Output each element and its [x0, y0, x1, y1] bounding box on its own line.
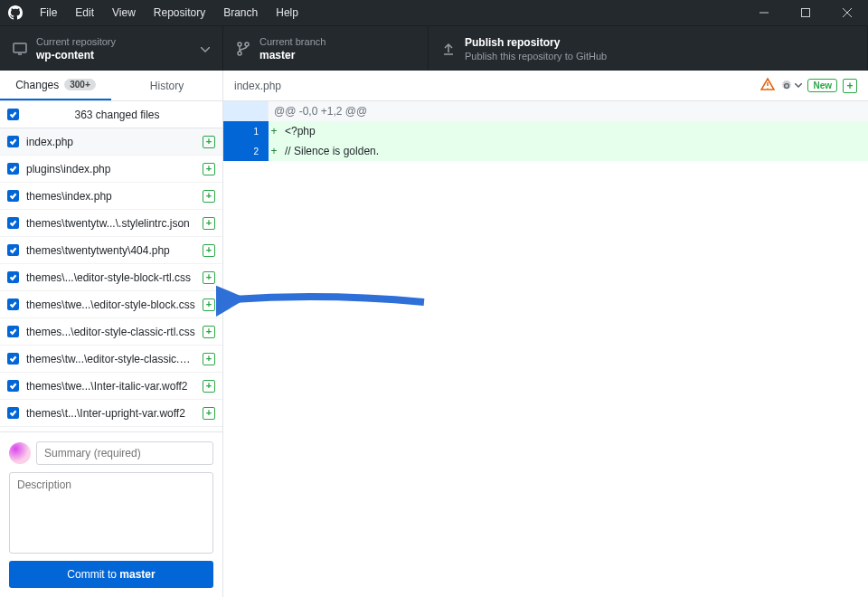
menu-repository[interactable]: Repository [145, 0, 214, 25]
menu-branch[interactable]: Branch [214, 0, 267, 25]
added-icon: + [203, 136, 215, 148]
publish-button[interactable]: Publish repository Publish this reposito… [429, 26, 868, 71]
chevron-down-icon [201, 43, 210, 55]
publish-sub: Publish this repository to GitHub [465, 50, 607, 62]
tab-changes-count: 300+ [64, 79, 96, 90]
warning-icon[interactable] [760, 77, 775, 94]
commit-description-input[interactable] [9, 472, 213, 554]
file-name: themes\...\editor-style-block-rtl.css [26, 271, 195, 284]
diff-header: index.php New + [223, 71, 868, 101]
menu-file[interactable]: File [31, 0, 66, 25]
file-row[interactable]: themes\twe...\Inter-italic-var.woff2+ [0, 373, 222, 400]
repository-selector[interactable]: Current repository wp-content [0, 26, 223, 71]
app-logo-icon [0, 5, 31, 20]
branch-selector[interactable]: Current branch master [223, 26, 429, 71]
file-checkbox[interactable] [7, 217, 19, 229]
added-icon: + [203, 326, 215, 338]
file-row[interactable]: index.php+ [0, 128, 222, 156]
svg-rect-0 [802, 9, 810, 17]
title-bar: File Edit View Repository Branch Help [0, 0, 868, 25]
sidebar-tabs: Changes 300+ History [0, 71, 222, 101]
repo-label: Current repository [36, 35, 116, 48]
diff-marker: + [269, 145, 279, 157]
file-row[interactable]: themes...\editor-style-classic-rtl.css+ [0, 318, 222, 346]
svg-point-2 [238, 43, 241, 46]
file-name: themes\t...\Inter-upright-var.woff2 [26, 407, 195, 420]
file-checkbox[interactable] [7, 407, 19, 419]
file-name: index.php [26, 136, 195, 148]
new-badge: New [807, 79, 837, 92]
hunk-text: @@ -0,0 +1,2 @@ [269, 105, 367, 118]
file-row[interactable]: themes\tw...\editor-style-classic.css+ [0, 346, 222, 373]
git-branch-icon [234, 42, 252, 56]
file-checkbox[interactable] [7, 190, 19, 202]
commit-panel: Commit to master [0, 431, 222, 597]
file-list[interactable]: index.php+plugins\index.php+themes\index… [0, 128, 222, 427]
file-row[interactable]: themes\twentytw...\.stylelintrc.json+ [0, 210, 222, 237]
svg-rect-1 [14, 43, 26, 52]
upload-icon [439, 43, 458, 55]
file-row[interactable]: plugins\index.php+ [0, 156, 222, 183]
commit-prefix: Commit to [67, 568, 119, 581]
repo-value: wp-content [36, 48, 116, 62]
diff-filename: index.php [234, 80, 753, 92]
added-icon: + [203, 298, 215, 311]
select-all-checkbox[interactable] [7, 109, 19, 120]
diff-pane: index.php New + @@ -0,0 +1,2 @@ 1+<?php2… [223, 71, 868, 597]
diff-code: <?php [279, 125, 316, 137]
publish-title: Publish repository [465, 35, 607, 50]
commit-branch: master [119, 568, 155, 581]
file-checkbox[interactable] [7, 271, 19, 283]
added-icon: + [203, 380, 215, 393]
file-checkbox[interactable] [7, 298, 19, 310]
file-name: plugins\index.php [26, 163, 195, 175]
tab-changes-label: Changes [15, 79, 59, 91]
file-row[interactable]: themes\t...\Inter-upright-var.woff2+ [0, 400, 222, 427]
file-row[interactable]: themes\twe...\editor-style-block.css+ [0, 291, 222, 318]
diff-hunk-header: @@ -0,0 +1,2 @@ [223, 101, 868, 121]
close-button[interactable] [826, 0, 868, 25]
file-checkbox[interactable] [7, 244, 19, 256]
file-row[interactable]: themes\twentytwenty\404.php+ [0, 237, 222, 264]
branch-value: master [259, 48, 326, 62]
changes-header: 363 changed files [0, 101, 222, 128]
file-checkbox[interactable] [7, 353, 19, 365]
file-name: themes\tw...\editor-style-classic.css [26, 353, 195, 365]
file-row[interactable]: themes\...\editor-style-block-rtl.css+ [0, 264, 222, 291]
minimize-button[interactable] [743, 0, 785, 25]
diff-line[interactable]: 1+<?php [223, 121, 868, 141]
menu-edit[interactable]: Edit [66, 0, 103, 25]
gear-icon[interactable] [780, 80, 802, 92]
file-checkbox[interactable] [7, 163, 19, 175]
added-icon: + [203, 190, 215, 203]
diff-code: // Silence is golden. [279, 145, 379, 157]
tab-changes[interactable]: Changes 300+ [0, 71, 111, 100]
branch-label: Current branch [259, 35, 326, 48]
line-number: 1 [223, 121, 269, 141]
tab-history[interactable]: History [111, 71, 222, 100]
commit-summary-input[interactable] [36, 441, 213, 465]
file-name: themes\twentytwenty\404.php [26, 244, 195, 257]
diff-line[interactable]: 2+// Silence is golden. [223, 141, 868, 161]
window-controls [743, 0, 868, 25]
svg-point-3 [245, 43, 249, 46]
changed-files-count: 363 changed files [19, 109, 215, 121]
menu-bar: File Edit View Repository Branch Help [31, 0, 307, 25]
added-icon: + [203, 244, 215, 257]
file-checkbox[interactable] [7, 380, 19, 392]
sidebar: Changes 300+ History 363 changed files i… [0, 71, 223, 597]
file-row[interactable]: themes\index.php+ [0, 183, 222, 210]
expand-icon[interactable]: + [843, 79, 857, 93]
file-checkbox[interactable] [7, 136, 19, 147]
added-icon: + [203, 217, 215, 230]
file-name: themes\twentytw...\.stylelintrc.json [26, 217, 195, 230]
line-number: 2 [223, 141, 269, 161]
maximize-button[interactable] [785, 0, 826, 25]
menu-help[interactable]: Help [267, 0, 307, 25]
commit-button[interactable]: Commit to master [9, 561, 213, 588]
monitor-icon [11, 43, 29, 55]
menu-view[interactable]: View [103, 0, 145, 25]
file-checkbox[interactable] [7, 326, 19, 337]
added-icon: + [203, 271, 215, 284]
added-icon: + [203, 163, 215, 175]
